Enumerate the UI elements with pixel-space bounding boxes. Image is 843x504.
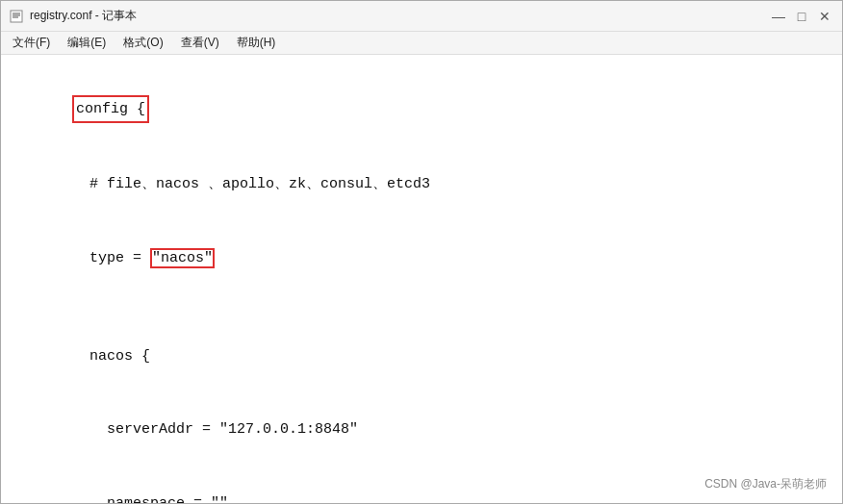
menu-help[interactable]: 帮助(H) [229, 33, 284, 53]
code-line-3: type = "nacos" [20, 221, 823, 295]
maximize-button[interactable]: □ [792, 7, 811, 26]
type-value-highlight: "nacos" [150, 248, 215, 268]
code-line-7: namespace = "" [20, 466, 823, 503]
menu-edit[interactable]: 编辑(E) [60, 33, 114, 53]
menu-file[interactable]: 文件(F) [5, 33, 58, 53]
code-line-4 [20, 295, 823, 320]
menu-format[interactable]: 格式(O) [115, 33, 170, 53]
code-editor[interactable]: config { # file、nacos 、apollo、zk、consul、… [1, 55, 842, 503]
code-line-1: config { [20, 70, 823, 148]
close-button[interactable]: ✕ [815, 7, 834, 26]
window-title: registry.conf - 记事本 [30, 8, 137, 24]
svg-rect-0 [11, 11, 22, 22]
minimize-button[interactable]: — [769, 7, 788, 26]
title-bar-left: registry.conf - 记事本 [9, 8, 137, 24]
config-block-highlight: config { [72, 95, 149, 124]
code-line-5: nacos { [20, 319, 823, 393]
title-bar: registry.conf - 记事本 — □ ✕ [1, 1, 842, 32]
window-controls[interactable]: — □ ✕ [769, 7, 834, 26]
watermark: CSDN @Java-呆萌老师 [704, 474, 827, 493]
code-line-2: # file、nacos 、apollo、zk、consul、etcd3 [20, 148, 823, 222]
code-line-6: serverAddr = "127.0.0.1:8848" [20, 393, 823, 467]
main-window: registry.conf - 记事本 — □ ✕ 文件(F) 编辑(E) 格式… [0, 0, 843, 504]
app-icon [9, 9, 24, 24]
menu-view[interactable]: 查看(V) [173, 33, 227, 53]
menu-bar: 文件(F) 编辑(E) 格式(O) 查看(V) 帮助(H) [1, 32, 842, 55]
